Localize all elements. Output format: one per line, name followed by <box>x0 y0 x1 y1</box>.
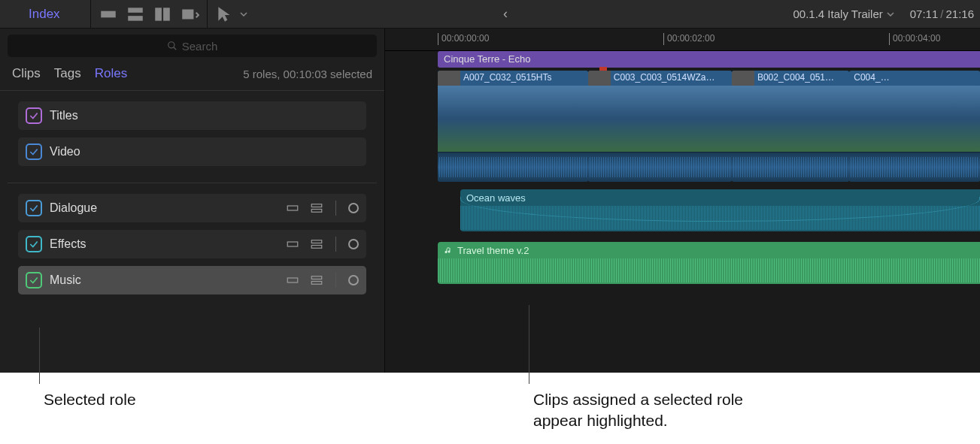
chevron-down-icon <box>886 10 895 19</box>
search-placeholder: Search <box>182 40 218 53</box>
search-input[interactable]: Search <box>8 35 377 57</box>
clip-appearance-1-icon[interactable] <box>99 6 118 23</box>
toolbar-separator <box>90 0 91 29</box>
clip-thumbnail <box>438 86 588 152</box>
focus-role-icon[interactable] <box>348 203 359 213</box>
index-button[interactable]: Index <box>6 4 83 25</box>
top-toolbar: Index ‹ 00.1.4 Italy Trailer 07:11/21:16 <box>0 0 980 29</box>
svg-rect-4 <box>163 8 170 20</box>
clip-thumbnail <box>849 86 980 152</box>
time-total: 21:16 <box>945 8 974 20</box>
audio-clip-label: Ocean waves <box>466 192 526 204</box>
clip-appearance-3-icon[interactable] <box>153 6 172 23</box>
checkbox-titles[interactable] <box>26 107 42 124</box>
ruler-tick: 00:00:02:00 <box>663 33 715 45</box>
focus-role-icon[interactable] <box>348 239 359 249</box>
ctrl-separator <box>335 201 336 216</box>
clip-waveform <box>732 152 849 182</box>
toolbar-separator <box>207 0 208 29</box>
tool-menu-chevron-icon[interactable] <box>239 6 248 23</box>
checkbox-video[interactable] <box>26 143 42 160</box>
index-sidebar: Search Clips Tags Roles 5 roles, 00:10:0… <box>0 29 385 373</box>
audio-clip-music[interactable]: Travel theme v.2 <box>438 242 980 284</box>
clip-waveform <box>849 152 980 182</box>
clip-thumbnail <box>732 86 849 152</box>
svg-rect-8 <box>311 204 322 207</box>
role-row-music[interactable]: Music <box>18 266 366 294</box>
role-label: Dialogue <box>50 201 97 215</box>
svg-rect-14 <box>311 276 322 279</box>
svg-rect-5 <box>182 9 193 19</box>
svg-rect-7 <box>287 206 298 210</box>
clip-appearance-2-icon[interactable] <box>126 6 145 23</box>
music-role-icon <box>444 246 453 255</box>
show-subroles-icon[interactable] <box>310 273 323 287</box>
ctrl-separator <box>335 273 336 288</box>
annotation-clips-highlighted: Clips assigned a selected role appear hi… <box>533 389 759 432</box>
svg-rect-1 <box>128 8 143 12</box>
role-label: Music <box>50 273 81 287</box>
svg-point-6 <box>168 42 174 48</box>
history-back-icon[interactable]: ‹ <box>496 6 515 22</box>
time-ruler[interactable]: 00:00:00:00 00:00:02:00 00:00:04:00 <box>385 29 980 51</box>
timecode-display[interactable]: 07:11/21:16 <box>910 8 974 20</box>
audio-clip-label: Travel theme v.2 <box>457 245 529 256</box>
collapse-subroles-icon[interactable] <box>286 201 299 215</box>
clip-appearance-menu-icon[interactable] <box>180 6 199 23</box>
role-controls <box>286 273 359 288</box>
video-roles-group: Titles Video <box>0 91 384 174</box>
role-row-titles[interactable]: Titles <box>18 101 366 130</box>
role-label: Effects <box>50 237 86 251</box>
roles-summary: 5 roles, 00:10:03 selected <box>141 68 372 80</box>
pointer-tool-icon[interactable] <box>215 6 235 23</box>
tab-tags[interactable]: Tags <box>54 66 81 81</box>
app-window: Index ‹ 00.1.4 Italy Trailer 07:11/21:16… <box>0 0 980 373</box>
show-subroles-icon[interactable] <box>310 201 323 215</box>
clip-waveform <box>438 152 588 182</box>
ruler-tick: 00:00:00:00 <box>438 33 489 45</box>
role-row-video[interactable]: Video <box>18 137 366 166</box>
checkbox-effects[interactable] <box>26 236 42 252</box>
video-clip[interactable]: A007_C032_0515HTs <box>438 71 588 182</box>
time-current: 07:11 <box>910 8 939 20</box>
svg-rect-12 <box>311 246 322 249</box>
annotation-layer: Selected role Clips assigned a selected … <box>0 373 980 444</box>
callout-leader <box>529 305 529 384</box>
video-clip[interactable]: B002_C004_051… <box>732 71 849 182</box>
clip-label: C004_… <box>849 71 980 86</box>
svg-rect-2 <box>128 16 143 20</box>
role-controls <box>286 201 359 216</box>
video-clip[interactable]: C004_… <box>849 71 980 182</box>
role-controls <box>286 237 359 252</box>
ctrl-separator <box>335 237 336 252</box>
audio-roles-group: Dialogue Effects <box>0 183 384 302</box>
clip-waveform <box>588 152 732 182</box>
svg-rect-15 <box>311 282 322 285</box>
show-subroles-icon[interactable] <box>310 237 323 251</box>
focus-role-icon[interactable] <box>348 275 359 285</box>
timeline[interactable]: 00:00:00:00 00:00:02:00 00:00:04:00 Cinq… <box>385 29 980 373</box>
role-row-effects[interactable]: Effects <box>18 230 366 258</box>
role-row-dialogue[interactable]: Dialogue <box>18 194 366 222</box>
ruler-tick: 00:00:04:00 <box>889 33 940 45</box>
svg-rect-0 <box>101 11 116 17</box>
collapse-subroles-icon[interactable] <box>286 237 299 251</box>
main-body: Search Clips Tags Roles 5 roles, 00:10:0… <box>0 29 980 373</box>
collapse-subroles-icon[interactable] <box>286 273 299 287</box>
checkbox-music[interactable] <box>26 272 42 288</box>
primary-storyline: A007_C032_0515HTs C003_C003_0514WZa… B00… <box>438 71 980 182</box>
audio-clip-ocean[interactable]: Ocean waves <box>460 189 980 231</box>
project-name-label: 00.1.4 Italy Trailer <box>793 8 883 20</box>
index-tabs: Clips Tags Roles 5 roles, 00:10:03 selec… <box>0 60 384 91</box>
role-label: Titles <box>50 109 78 122</box>
tab-roles[interactable]: Roles <box>95 66 127 81</box>
compound-clip-title[interactable]: Cinque Terre - Echo <box>438 51 980 68</box>
appearance-buttons <box>99 6 199 23</box>
tab-clips[interactable]: Clips <box>12 66 41 81</box>
project-name-dropdown[interactable]: 00.1.4 Italy Trailer <box>793 8 895 20</box>
checkbox-dialogue[interactable] <box>26 200 42 216</box>
annotation-selected-role: Selected role <box>44 389 136 410</box>
svg-rect-11 <box>311 240 322 243</box>
video-clip[interactable]: C003_C003_0514WZa… <box>588 71 732 182</box>
search-icon <box>167 41 177 51</box>
